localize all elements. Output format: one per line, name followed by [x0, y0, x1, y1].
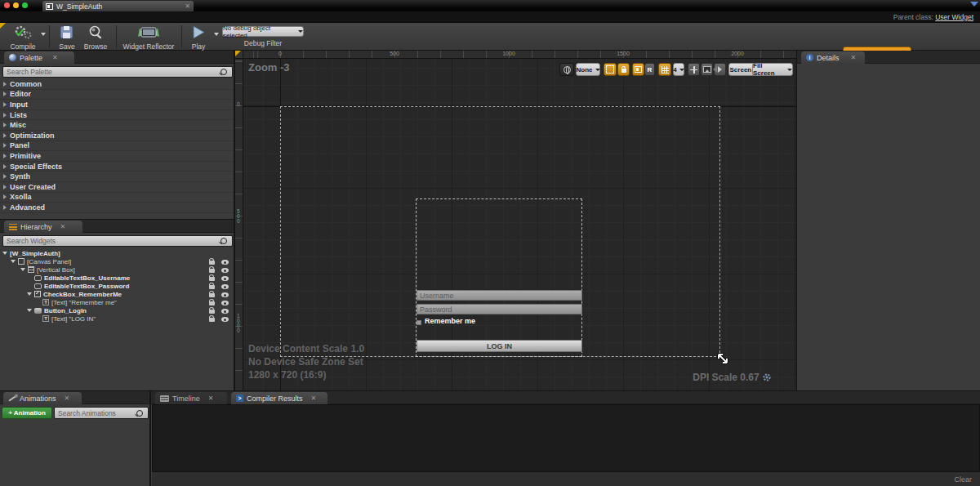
close-icon[interactable]: ✕ — [851, 55, 857, 61]
browse-button[interactable]: Browse — [80, 25, 111, 51]
show-outlines-toggle[interactable] — [604, 63, 617, 76]
expander-icon[interactable] — [3, 174, 7, 179]
close-tab-icon[interactable]: ✕ — [185, 3, 190, 10]
tree-row-checkbox-rememberme[interactable]: CheckBox_RememberMe — [0, 290, 234, 298]
save-button[interactable]: Save — [54, 25, 80, 51]
tree-row-editabletextbox-password[interactable]: EditableTextBox_Password — [0, 282, 234, 290]
details-tab[interactable]: i Details ✕ — [801, 51, 865, 64]
expander-icon[interactable] — [3, 164, 7, 169]
localization-preview-button[interactable] — [559, 63, 574, 76]
timeline-tab[interactable]: Timeline ✕ — [155, 392, 227, 404]
compiler-results-tab[interactable]: > Compiler Results ✕ — [231, 392, 327, 404]
vertical-box-outline[interactable] — [416, 198, 582, 357]
debug-object-dropdown[interactable]: No debug object selected — [222, 26, 304, 37]
palette-category-misc[interactable]: Misc — [0, 120, 234, 131]
lock-icon[interactable] — [209, 269, 215, 273]
close-icon[interactable]: ✕ — [208, 395, 214, 402]
eye-icon[interactable] — [221, 276, 229, 281]
eye-icon[interactable] — [221, 301, 229, 305]
close-window-icon[interactable] — [4, 2, 10, 8]
asset-tab[interactable]: W_SimpleAuth ✕ — [42, 1, 194, 11]
tutorial-corner-icon[interactable] — [0, 23, 6, 29]
eye-icon[interactable] — [221, 317, 229, 322]
expander-icon[interactable] — [3, 205, 7, 210]
tree-row-button-login[interactable]: Button_LogIn — [0, 306, 234, 314]
compile-button[interactable]: Compile — [7, 25, 39, 51]
transform-mode-button[interactable] — [688, 63, 700, 76]
flag-dropdown-button[interactable]: None — [576, 63, 600, 76]
tree-row-vertical-box[interactable]: [Vertical Box] — [0, 265, 234, 274]
compile-options-caret[interactable] — [41, 33, 46, 36]
gear-icon[interactable] — [762, 372, 772, 382]
expander-icon[interactable] — [2, 252, 7, 255]
rulers-toggle[interactable]: R — [644, 63, 655, 76]
expander-icon[interactable] — [3, 185, 7, 189]
widget-reflector-button[interactable]: Widget Reflector — [119, 25, 178, 51]
add-animation-button[interactable]: + Animation — [2, 407, 52, 419]
tree-row-canvas-panel[interactable]: [Canvas Panel] — [0, 257, 234, 265]
tree-row-root[interactable]: [W_SimpleAuth] — [0, 249, 234, 257]
expander-icon[interactable] — [20, 268, 25, 271]
expander-icon[interactable] — [3, 123, 7, 127]
palette-category-lists[interactable]: Lists — [0, 110, 234, 121]
username-textbox-widget[interactable]: Username — [416, 290, 582, 301]
palette-category-panel[interactable]: Panel — [0, 141, 234, 152]
close-icon[interactable]: ✕ — [60, 224, 66, 230]
remember-me-checkbox-widget[interactable] — [416, 320, 421, 325]
minimize-window-icon[interactable] — [13, 2, 19, 8]
animations-search-input[interactable] — [55, 409, 136, 417]
clear-button[interactable]: Clear — [954, 475, 972, 484]
flip-preview-button[interactable] — [714, 63, 726, 76]
play-button[interactable]: Play — [186, 25, 211, 51]
palette-category-special-effects[interactable]: Special Effects — [0, 162, 234, 172]
lock-widgets-toggle[interactable] — [617, 63, 630, 76]
expander-icon[interactable] — [3, 143, 7, 148]
expander-icon[interactable] — [3, 102, 7, 107]
chevron-down-icon[interactable] — [970, 2, 978, 7]
grid-snap-size-dropdown[interactable]: 4 — [673, 63, 684, 76]
animations-tab[interactable]: Animations ✕ — [3, 392, 82, 404]
eye-icon[interactable] — [221, 309, 229, 314]
resize-handle-icon[interactable] — [715, 351, 730, 366]
palette-tab[interactable]: Palette ✕ — [4, 51, 74, 64]
expander-icon[interactable] — [11, 260, 16, 263]
expander-icon[interactable] — [27, 292, 32, 296]
palette-category-editor[interactable]: Editor — [0, 90, 234, 100]
play-options-caret[interactable] — [214, 33, 219, 36]
eye-icon[interactable] — [221, 268, 229, 273]
palette-category-xsolla[interactable]: Xsolla — [0, 193, 234, 203]
lock-icon[interactable] — [209, 318, 215, 322]
lock-icon[interactable] — [209, 301, 215, 305]
palette-search[interactable] — [2, 66, 233, 78]
eye-icon[interactable] — [221, 284, 229, 289]
palette-category-synth[interactable]: Synth — [0, 172, 234, 182]
palette-category-user-created[interactable]: User Created — [0, 182, 234, 193]
parent-class-link[interactable]: User Widget — [935, 13, 973, 21]
tree-row-text-remember-me[interactable]: T [Text] "Remember me" — [0, 298, 234, 306]
expander-icon[interactable] — [3, 113, 7, 118]
lock-icon[interactable] — [209, 285, 215, 289]
remember-me-label[interactable]: Remember me — [425, 317, 475, 325]
expander-icon[interactable] — [3, 82, 7, 87]
tree-row-editabletextbox-username[interactable]: EditableTextBox_Username — [0, 274, 234, 282]
palette-category-advanced[interactable]: Advanced — [0, 203, 234, 213]
designer-canvas[interactable]: 0 500 1000 1500 2000 0 500 1000 Zoom -3 … — [235, 51, 796, 390]
palette-category-input[interactable]: Input — [0, 100, 234, 110]
password-textbox-widget[interactable]: Password — [416, 304, 582, 314]
palette-category-common[interactable]: Common — [0, 79, 234, 90]
fill-screen-dropdown[interactable]: Fill Screen — [752, 63, 793, 76]
grid-snap-toggle[interactable] — [658, 63, 671, 76]
tutorial-corner-icon[interactable] — [235, 51, 241, 56]
hierarchy-search[interactable] — [2, 235, 233, 247]
expander-icon[interactable] — [3, 194, 7, 199]
eye-icon[interactable] — [221, 292, 229, 297]
close-icon[interactable]: ✕ — [311, 395, 317, 402]
expander-icon[interactable] — [3, 154, 7, 158]
lock-icon[interactable] — [209, 293, 215, 297]
close-icon[interactable]: ✕ — [52, 55, 58, 61]
lock-icon[interactable] — [209, 277, 215, 281]
lock-icon[interactable] — [209, 310, 215, 314]
palette-category-primitive[interactable]: Primitive — [0, 151, 234, 162]
expander-icon[interactable] — [3, 91, 7, 96]
compiler-results-output[interactable] — [152, 404, 980, 472]
